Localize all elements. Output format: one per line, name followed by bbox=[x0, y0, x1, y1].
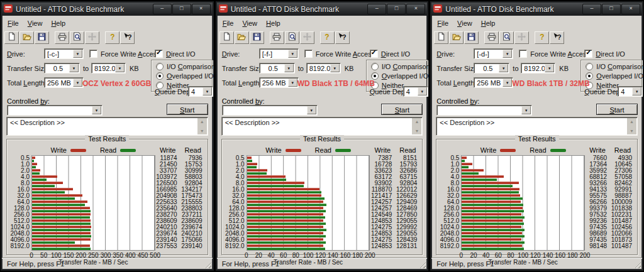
start-button[interactable]: Start bbox=[381, 104, 423, 115]
controlled-by-select[interactable]: ▼ bbox=[436, 105, 532, 116]
chevron-down-icon[interactable]: ▼ bbox=[545, 64, 554, 72]
chevron-down-icon[interactable]: ▼ bbox=[284, 64, 294, 72]
open-button[interactable] bbox=[235, 31, 249, 44]
radio-io-comparison[interactable]: I/O Comparison bbox=[152, 62, 212, 71]
new-document-button[interactable] bbox=[4, 31, 19, 44]
menu-view[interactable]: View bbox=[238, 18, 262, 28]
scroll-up-icon[interactable]: ▲ bbox=[414, 119, 419, 124]
radio-overlapped-io[interactable]: Overlapped I/O bbox=[152, 71, 212, 80]
drive-select[interactable]: [-c-] ▼ bbox=[44, 48, 84, 59]
save-button[interactable] bbox=[35, 31, 49, 44]
title-bar[interactable]: Untitled - ATTO Disk Benchmark – □ × bbox=[431, 3, 642, 16]
queue-depth-select[interactable]: 4 ▼ bbox=[188, 86, 213, 97]
pan-button[interactable] bbox=[514, 31, 529, 44]
context-help-button[interactable]: ? bbox=[120, 31, 135, 44]
about-button[interactable]: ? bbox=[535, 31, 549, 44]
chevron-down-icon[interactable]: ▼ bbox=[330, 64, 340, 72]
chevron-down-icon[interactable]: ▼ bbox=[73, 50, 82, 58]
menu-help[interactable]: Help bbox=[477, 18, 500, 28]
description-box[interactable]: << Description >> ▲▼ bbox=[436, 117, 638, 136]
resize-grip[interactable] bbox=[204, 261, 211, 268]
scroll-up-icon[interactable]: ▲ bbox=[200, 119, 204, 124]
chevron-down-icon[interactable]: ▼ bbox=[203, 87, 212, 95]
print-button[interactable] bbox=[484, 31, 499, 44]
maximize-button[interactable]: □ bbox=[387, 4, 406, 14]
scroll-down-icon[interactable]: ▼ bbox=[414, 129, 419, 133]
maximize-button[interactable]: □ bbox=[172, 4, 191, 14]
about-button[interactable]: ? bbox=[320, 31, 335, 44]
resize-grip[interactable] bbox=[418, 261, 426, 268]
drive-select[interactable]: [-f-] ▼ bbox=[259, 48, 299, 59]
chevron-down-icon[interactable]: ▼ bbox=[521, 106, 531, 114]
start-button[interactable]: Start bbox=[596, 104, 638, 115]
total-length-select[interactable]: 256 MB ▼ bbox=[44, 77, 84, 88]
print-preview-button[interactable] bbox=[70, 31, 84, 44]
transfer-to-select[interactable]: 8192.0 ▼ bbox=[91, 63, 126, 73]
menu-file[interactable]: File bbox=[218, 18, 238, 28]
close-button[interactable]: × bbox=[621, 4, 640, 14]
force-write-access-checkbox[interactable]: Force Write Access bbox=[304, 50, 375, 58]
pan-button[interactable] bbox=[85, 31, 99, 44]
chevron-down-icon[interactable]: ▼ bbox=[115, 64, 125, 72]
scrollbar[interactable]: ▲▼ bbox=[412, 118, 421, 134]
new-document-button[interactable] bbox=[434, 31, 448, 44]
menu-view[interactable]: View bbox=[23, 18, 47, 28]
chevron-down-icon[interactable]: ▼ bbox=[288, 50, 297, 58]
transfer-from-select[interactable]: 0.5 ▼ bbox=[474, 63, 509, 73]
description-box[interactable]: << Description >> ▲▼ bbox=[6, 117, 208, 136]
open-button[interactable] bbox=[449, 31, 464, 44]
scrollbar[interactable]: ▲▼ bbox=[197, 118, 207, 134]
menu-help[interactable]: Help bbox=[262, 18, 285, 28]
menu-help[interactable]: Help bbox=[47, 18, 70, 28]
chevron-down-icon[interactable]: ▼ bbox=[92, 106, 101, 114]
about-button[interactable]: ? bbox=[105, 31, 119, 44]
chevron-down-icon[interactable]: ▼ bbox=[632, 87, 641, 95]
queue-depth-select[interactable]: 4 ▼ bbox=[403, 86, 428, 97]
chevron-down-icon[interactable]: ▼ bbox=[502, 79, 512, 87]
resize-grip[interactable] bbox=[633, 261, 641, 268]
save-button[interactable] bbox=[464, 31, 479, 44]
scroll-down-icon[interactable]: ▼ bbox=[200, 129, 204, 133]
context-help-button[interactable]: ? bbox=[335, 31, 350, 44]
scroll-down-icon[interactable]: ▼ bbox=[630, 129, 634, 133]
chevron-down-icon[interactable]: ▼ bbox=[499, 64, 508, 72]
controlled-by-select[interactable]: ▼ bbox=[7, 105, 103, 116]
direct-io-checkbox[interactable]: Direct I/O bbox=[155, 50, 195, 58]
description-box[interactable]: << Description >> ▲▼ bbox=[221, 117, 423, 136]
transfer-to-select[interactable]: 8192.0 ▼ bbox=[521, 63, 555, 73]
close-button[interactable]: × bbox=[406, 4, 425, 14]
radio-io-comparison[interactable]: I/O Comparison bbox=[367, 62, 427, 71]
direct-io-checkbox[interactable]: Direct I/O bbox=[370, 50, 410, 58]
radio-overlapped-io[interactable]: Overlapped I/O bbox=[581, 71, 641, 80]
open-button[interactable] bbox=[19, 31, 34, 44]
transfer-to-select[interactable]: 8192.0 ▼ bbox=[306, 63, 341, 73]
chevron-down-icon[interactable]: ▼ bbox=[502, 50, 512, 58]
direct-io-checkbox[interactable]: Direct I/O bbox=[584, 50, 625, 58]
force-write-access-checkbox[interactable]: Force Write Access bbox=[519, 50, 590, 58]
scrollbar[interactable]: ▲▼ bbox=[627, 118, 636, 134]
title-bar[interactable]: Untitled - ATTO Disk Benchmark – □ × bbox=[217, 3, 428, 16]
chevron-down-icon[interactable]: ▼ bbox=[418, 87, 427, 95]
chevron-down-icon[interactable]: ▼ bbox=[288, 79, 297, 87]
print-button[interactable] bbox=[55, 31, 69, 44]
minimize-button[interactable]: – bbox=[367, 4, 386, 14]
start-button[interactable]: Start bbox=[167, 104, 208, 115]
new-document-button[interactable] bbox=[219, 31, 234, 44]
chevron-down-icon[interactable]: ▼ bbox=[69, 64, 79, 72]
save-button[interactable] bbox=[250, 31, 264, 44]
title-bar[interactable]: Untitled - ATTO Disk Benchmark – □ × bbox=[2, 3, 213, 16]
transfer-from-select[interactable]: 0.5 ▼ bbox=[259, 63, 295, 73]
minimize-button[interactable]: – bbox=[153, 4, 172, 14]
chevron-down-icon[interactable]: ▼ bbox=[307, 106, 316, 114]
controlled-by-select[interactable]: ▼ bbox=[222, 105, 318, 116]
radio-overlapped-io[interactable]: Overlapped I/O bbox=[367, 71, 427, 80]
transfer-from-select[interactable]: 0.5 ▼ bbox=[44, 63, 80, 73]
print-preview-button[interactable] bbox=[285, 31, 299, 44]
queue-depth-select[interactable]: 4 ▼ bbox=[618, 86, 643, 97]
drive-select[interactable]: [-d-] ▼ bbox=[474, 48, 513, 59]
force-write-access-checkbox[interactable]: Force Write Access bbox=[89, 50, 160, 58]
pan-button[interactable] bbox=[300, 31, 314, 44]
maximize-button[interactable]: □ bbox=[602, 4, 621, 14]
chevron-down-icon[interactable]: ▼ bbox=[73, 79, 82, 87]
radio-io-comparison[interactable]: I/O Comparison bbox=[581, 62, 641, 71]
